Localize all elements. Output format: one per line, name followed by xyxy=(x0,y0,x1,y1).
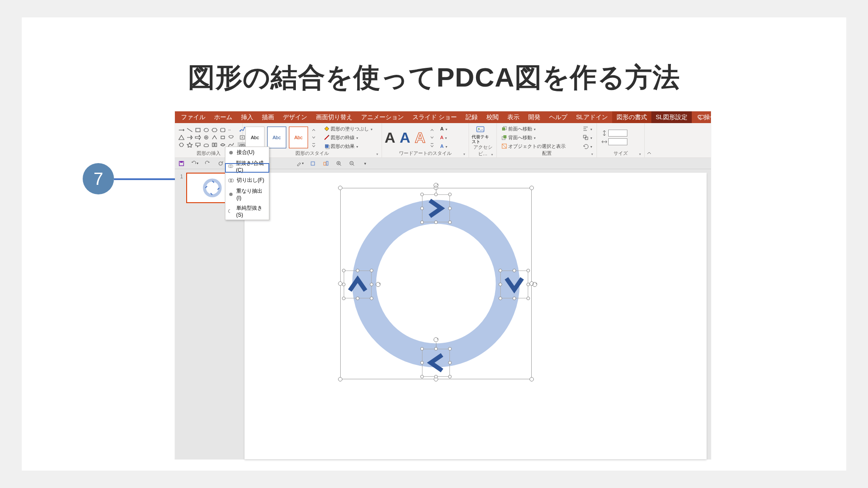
sel-handle-nw[interactable] xyxy=(338,186,342,190)
rotate-icon xyxy=(583,143,589,149)
gallery-more-icon[interactable] xyxy=(312,141,316,148)
gallery-up-icon[interactable] xyxy=(312,127,316,134)
shape-effects-button[interactable]: 図形の効果 xyxy=(322,142,374,150)
document-frame: 図形の結合を使ってPDCA図を作る方法 7 ファイル ホーム 挿入 描画 デザイ… xyxy=(22,17,846,471)
rotate-handle-bottom[interactable] xyxy=(433,337,439,343)
text-effects-button[interactable]: A xyxy=(439,142,449,150)
qat-zoom-in[interactable] xyxy=(335,160,343,167)
svg-rect-2 xyxy=(699,115,704,119)
step-badge: 7 xyxy=(83,163,114,194)
ribbon-tab-strip: ファイル ホーム 挿入 描画 デザイン 画面切り替え アニメーション スライド … xyxy=(175,111,711,123)
tab-design[interactable]: デザイン xyxy=(278,111,312,123)
outline-icon xyxy=(324,134,330,140)
svg-rect-31 xyxy=(583,135,586,138)
tab-shape-format[interactable]: 図形の書式 xyxy=(612,111,651,123)
qat-size[interactable] xyxy=(322,160,330,167)
svg-point-57 xyxy=(434,338,438,342)
height-input[interactable] xyxy=(600,129,629,137)
merge-subtract[interactable]: 単純型抜き(S) xyxy=(225,203,269,220)
style-preset-3[interactable]: Abc xyxy=(289,127,308,148)
rotate-handle-right[interactable] xyxy=(532,281,538,287)
shape-outline-button[interactable]: 図形の枠線 xyxy=(322,134,374,141)
qat-zoom-out[interactable] xyxy=(348,160,356,167)
merge-intersect[interactable]: 重なり抽出(I) xyxy=(225,186,269,203)
tab-help[interactable]: ヘルプ xyxy=(545,111,572,123)
svg-point-7 xyxy=(206,137,207,138)
svg-rect-32 xyxy=(585,137,588,140)
wordart-preset-2[interactable]: A xyxy=(400,129,411,146)
redo-button[interactable] xyxy=(204,160,211,167)
slide-canvas[interactable] xyxy=(245,173,707,459)
group-icon xyxy=(583,134,589,140)
tab-draw[interactable]: 描画 xyxy=(258,111,278,123)
group-button[interactable] xyxy=(581,134,594,141)
merge-combine[interactable]: 型抜き/合成(C) xyxy=(225,158,269,175)
wordart-down-icon[interactable] xyxy=(430,134,434,141)
bring-forward-icon xyxy=(501,126,507,132)
wordart-up-icon[interactable] xyxy=(430,127,434,134)
svg-rect-9 xyxy=(212,143,214,147)
chevron-right[interactable] xyxy=(500,271,528,298)
selection-pane-icon xyxy=(501,143,507,149)
shape-fill-button[interactable]: 図形の塗りつぶし xyxy=(322,125,374,133)
align-button[interactable] xyxy=(581,125,594,133)
wordart-more-icon[interactable] xyxy=(430,141,434,148)
chat-icon xyxy=(698,114,705,121)
width-icon xyxy=(601,139,607,145)
style-preset-2[interactable]: Abc xyxy=(267,127,286,148)
tab-transitions[interactable]: 画面切り替え xyxy=(312,111,357,123)
selection-pane-button[interactable]: オブジェクトの選択と表示 xyxy=(499,142,567,150)
style-preset-1[interactable]: Abc xyxy=(245,127,265,148)
svg-rect-21 xyxy=(477,127,484,132)
merge-union[interactable]: 接合(U) xyxy=(225,147,269,158)
fragment-icon xyxy=(228,177,234,184)
group-size: サイズ xyxy=(597,123,645,157)
tab-slideshow[interactable]: スライド ショー xyxy=(408,111,461,123)
svg-rect-8 xyxy=(221,136,225,139)
tab-view[interactable]: 表示 xyxy=(503,111,524,123)
merge-fragment[interactable]: 切り出し(F) xyxy=(225,175,269,186)
width-input[interactable] xyxy=(600,138,629,146)
qat-repeat[interactable] xyxy=(217,160,225,167)
shapes-gallery[interactable] xyxy=(178,127,235,148)
wordart-preset-1[interactable]: A xyxy=(385,129,395,146)
sel-handle-sw[interactable] xyxy=(338,377,342,381)
text-fill-button[interactable]: A xyxy=(439,125,449,133)
text-outline-button[interactable]: A xyxy=(439,134,449,141)
alt-text-button[interactable]: 代替テキスト xyxy=(472,125,489,144)
tab-animations[interactable]: アニメーション xyxy=(357,111,408,123)
tab-sl-addin[interactable]: SLアドイン xyxy=(572,111,612,123)
tab-developer[interactable]: 開発 xyxy=(524,111,545,123)
wordart-preset-3[interactable]: A xyxy=(415,129,426,146)
chevron-left[interactable] xyxy=(344,271,372,298)
ribbon-overflow[interactable] xyxy=(694,111,709,123)
svg-point-56 xyxy=(533,282,537,287)
qat-more[interactable]: ▾ xyxy=(361,160,369,167)
rotate-handle-top[interactable] xyxy=(433,182,439,188)
bring-forward-button[interactable]: 前面へ移動 xyxy=(499,125,567,133)
collapse-ribbon-icon[interactable] xyxy=(647,150,652,156)
combine-icon xyxy=(228,164,233,170)
tab-review[interactable]: 校閲 xyxy=(482,111,503,123)
send-backward-button[interactable]: 背面へ移動 xyxy=(499,134,567,141)
undo-button[interactable]: ▾ xyxy=(191,160,198,167)
qat-dropper[interactable]: ▾ xyxy=(296,160,304,167)
group-label-wordart: ワードアートのスタイル xyxy=(385,150,466,157)
sel-handle-se[interactable] xyxy=(530,377,534,381)
tab-record[interactable]: 記録 xyxy=(461,111,482,123)
sel-handle-ne[interactable] xyxy=(530,186,534,190)
tab-file[interactable]: ファイル xyxy=(177,111,210,123)
chevron-top[interactable] xyxy=(422,194,450,222)
rotate-button[interactable] xyxy=(581,142,594,150)
tab-sl-shape[interactable]: SL図形設定 xyxy=(651,111,692,123)
thumbnail-number: 1 xyxy=(180,174,183,180)
tab-insert[interactable]: 挿入 xyxy=(237,111,258,123)
gallery-down-icon[interactable] xyxy=(312,134,316,141)
svg-point-6 xyxy=(204,136,208,139)
save-button[interactable] xyxy=(178,160,185,167)
svg-point-39 xyxy=(219,162,222,165)
chevron-bottom[interactable] xyxy=(422,349,450,377)
tab-home[interactable]: ホーム xyxy=(210,111,237,123)
qat-text[interactable] xyxy=(309,160,317,167)
rotate-handle-left[interactable] xyxy=(375,281,381,287)
